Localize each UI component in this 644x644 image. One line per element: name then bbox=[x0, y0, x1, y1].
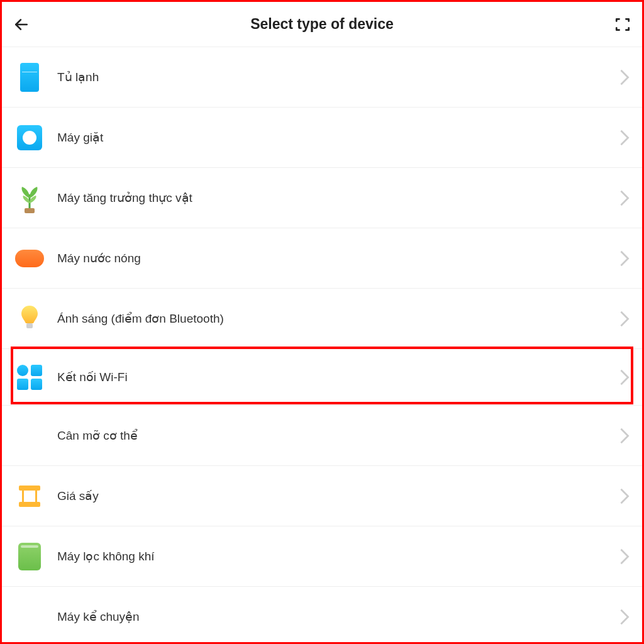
chevron-right-icon bbox=[619, 190, 630, 206]
header: Select type of device bbox=[2, 2, 642, 47]
fridge-icon bbox=[13, 61, 46, 94]
device-row-light[interactable]: Ánh sáng (điểm đơn Bluetooth) bbox=[2, 289, 642, 349]
air-purifier-icon bbox=[13, 540, 46, 573]
device-row-scale[interactable]: Cân mỡ cơ thể bbox=[2, 406, 642, 466]
device-label: Máy tăng trưởng thực vật bbox=[57, 191, 619, 205]
chevron-right-icon bbox=[619, 250, 630, 267]
chevron-right-icon bbox=[619, 69, 630, 86]
chevron-right-icon bbox=[619, 311, 630, 327]
device-label: Máy giặt bbox=[57, 130, 619, 145]
chevron-right-icon bbox=[619, 428, 630, 444]
svg-rect-1 bbox=[25, 208, 35, 213]
device-label: Máy kể chuyện bbox=[57, 609, 619, 624]
scale-icon bbox=[13, 419, 46, 452]
device-label: Máy nước nóng bbox=[57, 251, 619, 265]
scan-button[interactable] bbox=[609, 16, 631, 33]
washer-icon bbox=[13, 121, 46, 154]
bulb-icon bbox=[13, 303, 46, 335]
device-label: Ánh sáng (điểm đơn Bluetooth) bbox=[57, 311, 619, 326]
device-list: Tủ lạnh Máy giặt Máy tăng trưởng thực vậ… bbox=[2, 47, 642, 642]
water-heater-icon bbox=[13, 242, 46, 275]
device-label: Cân mỡ cơ thể bbox=[57, 428, 619, 443]
chevron-right-icon bbox=[619, 548, 630, 565]
svg-rect-4 bbox=[19, 502, 40, 507]
device-label: Giá sấy bbox=[57, 489, 619, 503]
device-label: Kết nối Wi-Fi bbox=[57, 370, 619, 384]
arrow-left-icon bbox=[13, 16, 30, 33]
svg-rect-5 bbox=[22, 491, 24, 502]
back-button[interactable] bbox=[13, 16, 35, 33]
chevron-right-icon bbox=[619, 130, 630, 146]
svg-rect-2 bbox=[26, 323, 33, 328]
device-row-water-heater[interactable]: Máy nước nóng bbox=[2, 228, 642, 289]
device-row-storyteller[interactable]: Máy kể chuyện bbox=[2, 587, 642, 642]
chevron-right-icon bbox=[619, 369, 630, 386]
device-row-washer[interactable]: Máy giặt bbox=[2, 108, 642, 168]
app-frame: Select type of device Tủ lạnh Máy giặt bbox=[0, 0, 644, 644]
svg-rect-3 bbox=[19, 486, 40, 491]
device-row-plant[interactable]: Máy tăng trưởng thực vật bbox=[2, 168, 642, 228]
device-row-air-purifier[interactable]: Máy lọc không khí bbox=[2, 526, 642, 587]
page-title: Select type of device bbox=[35, 16, 609, 33]
device-label: Máy lọc không khí bbox=[57, 549, 619, 564]
svg-rect-6 bbox=[35, 491, 37, 502]
wifi-grid-icon bbox=[13, 361, 46, 394]
plant-icon bbox=[13, 182, 46, 214]
chevron-right-icon bbox=[619, 609, 630, 625]
drying-rack-icon bbox=[13, 480, 46, 513]
device-row-fridge[interactable]: Tủ lạnh bbox=[2, 47, 642, 108]
device-row-drying-rack[interactable]: Giá sấy bbox=[2, 466, 642, 526]
scan-icon bbox=[614, 16, 631, 33]
device-label: Tủ lạnh bbox=[57, 70, 619, 84]
storyteller-icon bbox=[13, 601, 46, 633]
device-row-wifi[interactable]: Kết nối Wi-Fi bbox=[2, 349, 642, 406]
chevron-right-icon bbox=[619, 488, 630, 504]
